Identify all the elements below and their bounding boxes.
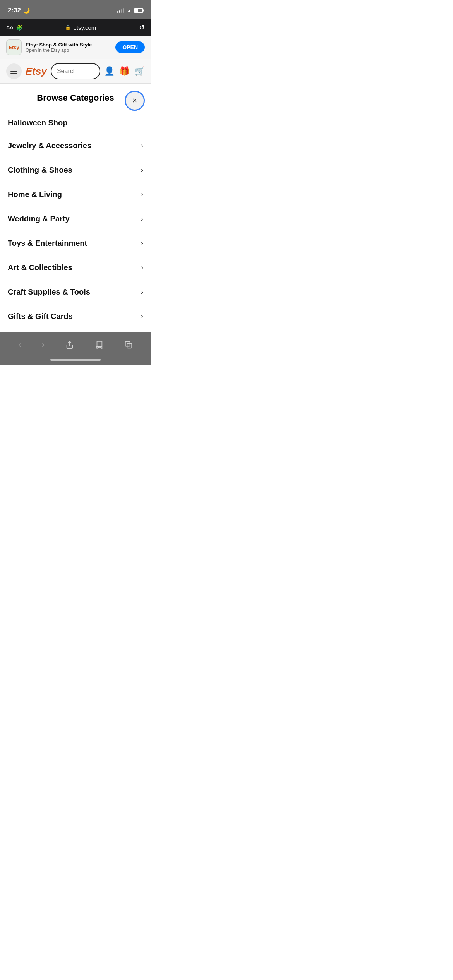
- nav-bar: Etsy 🔍 👤 🎁 🛒: [0, 59, 151, 84]
- battery-icon: [134, 8, 143, 13]
- reload-icon[interactable]: ↺: [139, 23, 145, 32]
- status-bar: 2:32 🌙 ▲: [0, 0, 151, 19]
- chevron-icon-clothing: ›: [141, 166, 143, 174]
- category-label-clothing: Clothing & Shoes: [8, 166, 72, 175]
- status-right: ▲: [117, 8, 143, 14]
- browse-title: Browse Categories: [37, 93, 114, 103]
- svg-rect-2: [127, 343, 132, 348]
- chevron-icon-gifts: ›: [141, 312, 143, 320]
- bookmarks-button[interactable]: [95, 341, 103, 349]
- battery-fill: [135, 9, 138, 12]
- home-bar: [50, 359, 101, 361]
- category-label-gifts: Gifts & Gift Cards: [8, 312, 73, 321]
- hamburger-line-2: [10, 71, 17, 72]
- category-item-clothing[interactable]: Clothing & Shoes ›: [0, 158, 151, 182]
- chevron-icon-toys: ›: [141, 239, 143, 247]
- hamburger-line-1: [10, 69, 17, 69]
- chevron-icon-jewelry: ›: [141, 142, 143, 150]
- gift-icon[interactable]: 🎁: [119, 66, 130, 76]
- hamburger-line-3: [10, 73, 17, 74]
- category-item-toys[interactable]: Toys & Entertainment ›: [0, 231, 151, 255]
- browser-bar: AA 🧩 🔒 etsy.com ↺: [0, 19, 151, 36]
- chevron-icon-art: ›: [141, 264, 143, 272]
- wifi-icon: ▲: [127, 8, 132, 14]
- signal-bar-1: [117, 11, 118, 13]
- category-item-craft[interactable]: Craft Supplies & Tools ›: [0, 280, 151, 304]
- category-label-halloween: Halloween Shop: [8, 118, 67, 127]
- forward-button[interactable]: ›: [42, 340, 45, 350]
- moon-icon: 🌙: [23, 7, 30, 14]
- main-content: Browse Categories × Halloween Shop Jewel…: [0, 84, 151, 332]
- lock-icon: 🔒: [65, 25, 71, 30]
- category-list: Halloween Shop Jewelry & Accessories › C…: [0, 107, 151, 332]
- app-title: Etsy: Shop & Gift with Style: [26, 42, 112, 48]
- tabs-button[interactable]: [124, 341, 133, 349]
- cart-icon[interactable]: 🛒: [134, 66, 145, 76]
- signal-bar-4: [123, 8, 124, 13]
- home-indicator: [0, 356, 151, 365]
- category-item-wedding[interactable]: Wedding & Party ›: [0, 207, 151, 231]
- app-subtitle: Open in the Etsy app: [26, 48, 112, 53]
- category-item-gifts[interactable]: Gifts & Gift Cards ›: [0, 304, 151, 329]
- category-item-jewelry[interactable]: Jewelry & Accessories ›: [0, 134, 151, 158]
- status-left: 2:32 🌙: [8, 7, 30, 14]
- signal-bars: [117, 8, 124, 13]
- app-banner: Etsy Etsy: Shop & Gift with Style Open i…: [0, 36, 151, 59]
- aa-text[interactable]: AA: [6, 24, 14, 31]
- share-button[interactable]: [65, 341, 74, 349]
- browse-header: Browse Categories ×: [0, 84, 151, 107]
- nav-icons: 👤 🎁 🛒: [104, 66, 145, 76]
- back-button[interactable]: ‹: [18, 340, 21, 350]
- chevron-icon-wedding: ›: [141, 215, 143, 223]
- open-app-button[interactable]: OPEN: [115, 41, 145, 53]
- signal-bar-2: [119, 10, 120, 13]
- etsy-logo[interactable]: Etsy: [26, 65, 47, 77]
- browser-controls: AA 🧩: [6, 24, 22, 31]
- status-time: 2:32: [8, 7, 21, 14]
- close-button[interactable]: ×: [125, 91, 145, 111]
- hamburger-menu-button[interactable]: [6, 63, 22, 79]
- search-input[interactable]: [51, 68, 100, 75]
- category-label-art: Art & Collectibles: [8, 263, 72, 272]
- category-label-home: Home & Living: [8, 190, 62, 199]
- category-item-home[interactable]: Home & Living ›: [0, 182, 151, 207]
- category-item-halloween[interactable]: Halloween Shop: [0, 111, 151, 134]
- chevron-icon-home: ›: [141, 190, 143, 199]
- url-bar[interactable]: 🔒 etsy.com: [27, 24, 134, 31]
- puzzle-icon: 🧩: [16, 24, 22, 31]
- category-label-craft: Craft Supplies & Tools: [8, 288, 90, 296]
- app-icon: Etsy: [6, 39, 22, 55]
- signal-bar-3: [121, 9, 122, 13]
- category-label-wedding: Wedding & Party: [8, 214, 70, 223]
- app-info: Etsy: Shop & Gift with Style Open in the…: [26, 42, 112, 53]
- svg-rect-1: [125, 342, 130, 346]
- url-text: etsy.com: [73, 24, 96, 31]
- category-label-jewelry: Jewelry & Accessories: [8, 141, 91, 150]
- chevron-icon-craft: ›: [141, 288, 143, 296]
- search-bar[interactable]: 🔍: [51, 63, 100, 79]
- category-label-toys: Toys & Entertainment: [8, 239, 87, 248]
- bottom-toolbar: ‹ ›: [0, 332, 151, 356]
- category-item-art[interactable]: Art & Collectibles ›: [0, 255, 151, 280]
- account-icon[interactable]: 👤: [104, 66, 115, 76]
